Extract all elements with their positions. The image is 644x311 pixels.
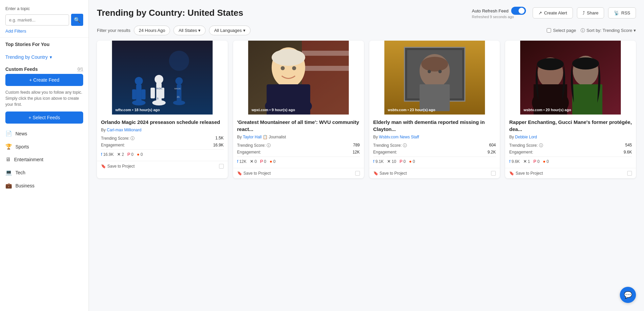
svg-point-16 (175, 77, 183, 85)
author-link[interactable]: Debbie Lord (515, 135, 537, 139)
info-icon: ⓘ (130, 136, 135, 141)
time-filter[interactable]: 24 Hours Ago (134, 26, 170, 35)
sidebar-item-sports[interactable]: 🏆 Sports (0, 140, 89, 153)
svg-text:21: 21 (177, 95, 180, 98)
x-icon: ✕ (117, 152, 121, 157)
x-icon: ✕ (250, 159, 254, 164)
card-item: wpxi.com • 9 hour(s) ago 'Greatest Mount… (233, 41, 364, 178)
nav-news-label: News (15, 131, 27, 136)
select-feeds-button[interactable]: + Select Feeds (5, 112, 83, 124)
save-checkbox[interactable] (219, 164, 224, 169)
card-engagement-row: Engagement: 12K (237, 150, 360, 154)
author-link[interactable]: Wsbtv.com News Staff (379, 135, 419, 139)
custom-feeds-label: Custom Feeds (5, 66, 38, 72)
trending-score-value: 545 (625, 143, 632, 148)
engagement-label: Engagement: (237, 150, 261, 154)
save-to-project[interactable]: 🔖 Save to Project (101, 164, 135, 169)
svg-rect-3 (136, 84, 142, 103)
save-to-project[interactable]: 🔖 Save to Project (509, 171, 543, 176)
card-engagement-row: Engagement: 9.6K (509, 150, 632, 154)
svg-point-36 (421, 57, 448, 72)
facebook-stat: f 9.1K (373, 159, 384, 164)
save-label: Save to Project (107, 164, 135, 169)
svg-rect-6 (142, 89, 146, 99)
card-title: Rapper Enchanting, Gucci Mane's former p… (509, 119, 632, 133)
card-title: 'Greatest Mountaineer of all time': WVU … (237, 119, 360, 133)
pinterest-icon: P (399, 159, 402, 164)
pinterest-icon: P (127, 152, 130, 157)
svg-rect-10 (151, 88, 155, 98)
state-chevron-icon: ▾ (198, 28, 201, 33)
reddit-stat: ● 0 (270, 159, 276, 164)
card-author: By Taylor Hall 📋 Journalist (237, 135, 360, 139)
create-feed-button[interactable]: + Create Feed (5, 74, 83, 86)
engagement-value: 9.6K (624, 150, 632, 154)
card-body: 'Greatest Mountaineer of all time': WVU … (233, 115, 364, 168)
auto-refresh-label: Auto Refresh Feed (472, 8, 508, 13)
card-image-wrap: wsbtv.com • 23 hour(s) ago (369, 41, 500, 115)
svg-point-27 (272, 49, 305, 66)
x-stat: ✕ 0 (250, 159, 257, 164)
create-alert-button[interactable]: ↗ Create Alert (533, 7, 573, 18)
trending-score-value: 789 (353, 143, 360, 148)
sidebar-item-news[interactable]: 📄 News (0, 127, 89, 140)
save-to-project[interactable]: 🔖 Save to Project (237, 171, 271, 176)
search-input[interactable] (5, 14, 69, 26)
filters-row: Filter your results 24 Hours Ago All Sta… (97, 26, 636, 35)
save-label: Save to Project (380, 171, 407, 176)
author-link[interactable]: Carl-max Millionard (107, 128, 141, 132)
search-label: Enter a topic (5, 6, 83, 11)
add-filters-link[interactable]: Add Filters (5, 29, 26, 34)
trending-label: Trending by Country (5, 54, 48, 60)
x-stat: ✕ 10 (387, 159, 396, 164)
info-icon: ⓘ (403, 143, 407, 148)
main-header: Trending by Country: United States Auto … (97, 7, 636, 19)
sidebar-item-entertainment[interactable]: 🖥 Entertainment (0, 153, 89, 166)
engagement-label: Engagement: (509, 150, 533, 154)
save-to-project[interactable]: 🔖 Save to Project (373, 171, 407, 176)
auto-refresh-toggle[interactable] (511, 7, 526, 15)
card-social: f 12K ✕ 0 P 0 ● 0 (237, 157, 360, 164)
sort-row[interactable]: ⓘ Sort by: Trending Score ▾ (581, 28, 636, 34)
cards-grid: 5 MAGIC 21 MAGIC wftv.com • 18 hour(s) a… (97, 41, 636, 178)
select-page-label: Select page (553, 28, 576, 33)
svg-rect-23 (302, 66, 349, 71)
svg-point-28 (281, 66, 285, 70)
svg-text:5: 5 (157, 97, 159, 100)
share-button[interactable]: ⤴ Share (577, 7, 604, 18)
x-icon: ✕ (387, 159, 391, 164)
rss-button[interactable]: 📡 RSS (608, 7, 636, 18)
svg-text:wsbtv.com • 23 hour(s) ago: wsbtv.com • 23 hour(s) ago (387, 108, 435, 112)
sidebar-item-tech[interactable]: 💻 Tech (0, 166, 89, 179)
save-checkbox[interactable] (627, 171, 632, 176)
sort-label: Sort by: Trending Score (586, 28, 632, 33)
select-page-checkbox[interactable] (547, 28, 551, 33)
card-body: Rapper Enchanting, Gucci Mane's former p… (505, 115, 636, 168)
header-actions: Auto Refresh Feed Refreshed 9 seconds ag… (472, 7, 636, 19)
journalist-icon: 📋 (263, 135, 268, 139)
search-icon: 🔍 (74, 17, 80, 23)
reddit-icon: ● (543, 159, 546, 164)
pinterest-stat: P 0 (533, 159, 539, 164)
bookmark-icon: 🔖 (373, 171, 378, 176)
search-button[interactable]: 🔍 (71, 14, 83, 26)
save-checkbox[interactable] (491, 171, 496, 176)
card-social: f 9.1K ✕ 10 P 0 ● 0 (373, 157, 496, 164)
card-title: Elderly man with dementia reported missi… (373, 119, 496, 133)
state-filter[interactable]: All States ▾ (173, 26, 206, 35)
trending-by-country-item[interactable]: Trending by Country ▾ (5, 53, 83, 61)
trending-score-value: 1.5K (215, 136, 224, 141)
facebook-icon: f (101, 152, 102, 157)
chat-bubble[interactable]: 💬 (620, 287, 636, 303)
filter-label: Filter your results (97, 28, 130, 33)
card-author: By Wsbtv.com News Staff (373, 135, 496, 139)
svg-rect-15 (177, 84, 181, 103)
facebook-stat: f 16.9K (101, 152, 114, 157)
trending-score-label: Trending Score: ⓘ (373, 143, 407, 148)
language-filter[interactable]: All Languages ▾ (209, 26, 250, 35)
save-checkbox[interactable] (355, 171, 360, 176)
author-link[interactable]: Taylor Hall (243, 135, 262, 139)
sidebar-item-business[interactable]: 💼 Business (0, 179, 89, 192)
auto-refresh-block: Auto Refresh Feed Refreshed 9 seconds ag… (472, 7, 526, 19)
svg-text:MAGIC: MAGIC (155, 87, 163, 90)
